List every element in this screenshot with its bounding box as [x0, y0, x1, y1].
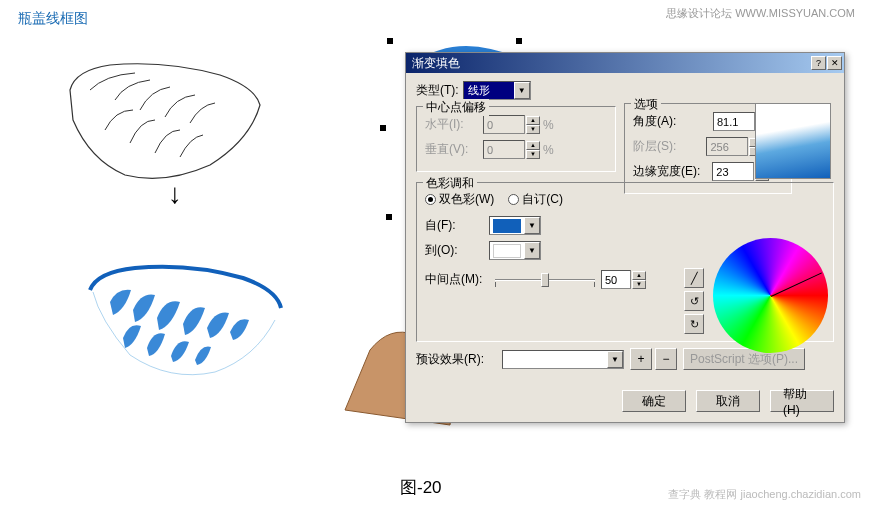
radio-icon[interactable]: [508, 194, 519, 205]
vertical-label: 垂直(V):: [425, 141, 479, 158]
horizontal-input: 0 ▲▼: [483, 115, 540, 134]
selection-handle[interactable]: [387, 38, 393, 44]
from-color-dropdown[interactable]: ▼: [489, 216, 541, 235]
color-swatch-white: [493, 244, 521, 258]
horizontal-value: 0: [483, 115, 525, 134]
angle-label: 角度(A):: [633, 113, 709, 130]
spin-up-icon[interactable]: ▲: [632, 271, 646, 280]
angle-value[interactable]: 81.1: [713, 112, 755, 131]
percent-unit: %: [543, 118, 554, 132]
midpoint-label: 中间点(M):: [425, 271, 491, 288]
blend-direction-tools: ╱ ↺ ↻: [684, 268, 704, 337]
bicolor-text: 双色彩(W): [439, 192, 494, 206]
type-label: 类型(T):: [416, 82, 459, 99]
spin-up-icon: ▲: [526, 116, 540, 125]
slider-thumb[interactable]: [541, 273, 549, 287]
wireframe-filled-sketch: [75, 260, 290, 410]
slider-tick: [495, 282, 496, 287]
edge-value[interactable]: 23: [712, 162, 754, 181]
wireframe-outline-sketch: [55, 55, 270, 200]
ok-button[interactable]: 确定: [622, 390, 686, 412]
preset-value: [503, 351, 607, 368]
midpoint-value[interactable]: 50: [601, 270, 631, 289]
steps-label: 阶层(S):: [633, 138, 702, 155]
chevron-down-icon[interactable]: ▼: [514, 82, 530, 99]
spin-down-icon[interactable]: ▼: [632, 280, 646, 289]
center-offset-group: 中心点偏移 水平(I): 0 ▲▼ % 垂直(V): 0 ▲▼ %: [416, 106, 616, 172]
chevron-down-icon[interactable]: ▼: [524, 242, 540, 259]
from-label: 自(F):: [425, 217, 485, 234]
to-label: 到(O):: [425, 242, 485, 259]
remove-preset-button[interactable]: −: [655, 348, 677, 370]
selection-handle[interactable]: [386, 214, 392, 220]
midpoint-input[interactable]: 50 ▲▼: [601, 270, 646, 289]
type-value: 线形: [464, 82, 514, 99]
midpoint-slider[interactable]: [495, 271, 595, 289]
custom-radio-label[interactable]: 自订(C): [508, 191, 563, 208]
direct-blend-icon[interactable]: ╱: [684, 268, 704, 288]
vertical-input: 0 ▲▼: [483, 140, 540, 159]
dialog-footer: 确定 取消 帮助(H): [406, 384, 844, 422]
arrow-down-icon: ↓: [168, 178, 182, 210]
custom-text: 自订(C): [522, 192, 563, 206]
cancel-button[interactable]: 取消: [696, 390, 760, 412]
vertical-value: 0: [483, 140, 525, 159]
slider-tick: [594, 282, 595, 287]
edge-label: 边缘宽度(E):: [633, 163, 708, 180]
help-button[interactable]: ?: [811, 56, 826, 70]
to-color-dropdown[interactable]: ▼: [489, 241, 541, 260]
spin-down-icon: ▼: [526, 125, 540, 134]
spin-up-icon: ▲: [526, 141, 540, 150]
options-title: 选项: [631, 96, 661, 113]
selection-handle[interactable]: [516, 38, 522, 44]
gradient-preview: [755, 103, 831, 179]
figure-caption: 图-20: [400, 476, 442, 499]
preset-label: 预设效果(R):: [416, 351, 498, 368]
postscript-button: PostScript 选项(P)...: [683, 348, 805, 370]
color-blend-title: 色彩调和: [423, 175, 477, 192]
close-button[interactable]: ✕: [827, 56, 842, 70]
help-button[interactable]: 帮助(H): [770, 390, 834, 412]
chevron-down-icon[interactable]: ▼: [524, 217, 540, 234]
selection-handle[interactable]: [380, 125, 386, 131]
ccw-blend-icon[interactable]: ↺: [684, 291, 704, 311]
cw-blend-icon[interactable]: ↻: [684, 314, 704, 334]
type-dropdown[interactable]: 线形 ▼: [463, 81, 531, 100]
bicolor-radio-label[interactable]: 双色彩(W): [425, 191, 494, 208]
watermark-bottom: 查字典 教程网 jiaocheng.chazidian.com: [668, 488, 861, 501]
color-wheel[interactable]: [713, 238, 828, 353]
radio-icon[interactable]: [425, 194, 436, 205]
center-offset-title: 中心点偏移: [423, 99, 489, 116]
steps-value: 256: [706, 137, 748, 156]
preset-dropdown[interactable]: ▼: [502, 350, 624, 369]
dialog-title: 渐变填色: [412, 55, 810, 72]
page-title-label: 瓶盖线框图: [18, 10, 88, 28]
spin-down-icon: ▼: [526, 150, 540, 159]
color-swatch-blue: [493, 219, 521, 233]
add-preset-button[interactable]: +: [630, 348, 652, 370]
watermark-top: 思缘设计论坛 WWW.MISSYUAN.COM: [666, 6, 855, 21]
percent-unit: %: [543, 143, 554, 157]
horizontal-label: 水平(I):: [425, 116, 479, 133]
chevron-down-icon[interactable]: ▼: [607, 351, 623, 368]
gradient-fill-dialog: 渐变填色 ? ✕ 类型(T): 线形 ▼ 中心点偏移 水平(I): 0 ▲▼ %: [405, 52, 845, 423]
dialog-titlebar[interactable]: 渐变填色 ? ✕: [406, 53, 844, 73]
